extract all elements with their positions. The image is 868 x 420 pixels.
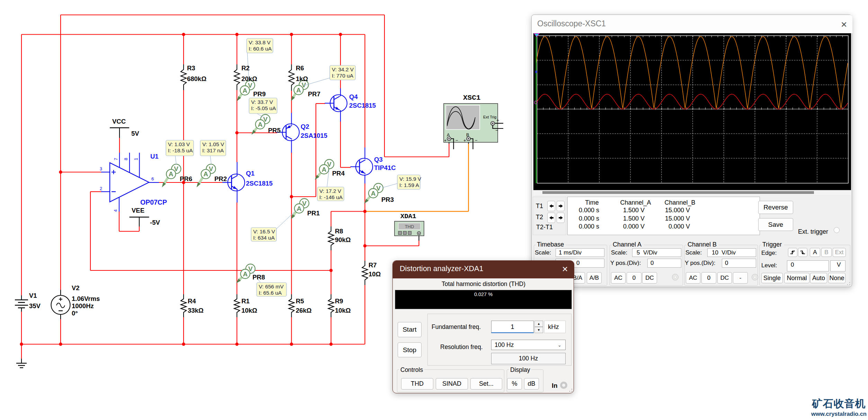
svg-text:4: 4 xyxy=(113,209,118,212)
svg-text:+: + xyxy=(496,117,499,123)
svg-text:VEE: VEE xyxy=(132,207,144,214)
svg-text:XSC1: XSC1 xyxy=(463,94,480,102)
svg-text:20kΩ: 20kΩ xyxy=(241,75,257,82)
svg-text:I: 770 uA: I: 770 uA xyxy=(332,73,354,79)
svg-text:A: A xyxy=(169,170,174,178)
svg-text:I: 634 uA: I: 634 uA xyxy=(253,235,275,241)
svg-text:R2: R2 xyxy=(241,64,250,72)
svg-text:Q4: Q4 xyxy=(349,93,358,100)
svg-text:33kΩ: 33kΩ xyxy=(188,307,204,314)
svg-text:1.06Vrms: 1.06Vrms xyxy=(72,295,100,302)
svg-text:I: 1.59 A: I: 1.59 A xyxy=(399,182,419,188)
svg-text:V: 34.2 V: V: 34.2 V xyxy=(332,66,354,72)
svg-text:2SC1815: 2SC1815 xyxy=(349,102,376,109)
svg-text:V2: V2 xyxy=(72,284,80,292)
svg-text:XDA1: XDA1 xyxy=(400,213,416,220)
svg-text:PR8: PR8 xyxy=(253,274,265,281)
svg-text:VCC: VCC xyxy=(112,118,126,125)
svg-text:−: − xyxy=(475,138,478,143)
svg-text:R4: R4 xyxy=(188,297,196,305)
svg-text:V: 33.8 V: V: 33.8 V xyxy=(249,39,271,45)
svg-text:I: -5.05 uA: I: -5.05 uA xyxy=(251,105,276,111)
svg-text:OP07CP: OP07CP xyxy=(140,198,167,206)
svg-text:680kΩ: 680kΩ xyxy=(187,75,206,82)
svg-text:R3: R3 xyxy=(187,64,195,72)
svg-text:PR9: PR9 xyxy=(253,90,266,98)
svg-text:V: 16.5 V: V: 16.5 V xyxy=(253,229,275,234)
svg-text:2: 2 xyxy=(100,186,102,191)
svg-text:PR1: PR1 xyxy=(307,209,320,217)
svg-text:A: A xyxy=(297,205,302,212)
svg-text:V: 1.03 V: V: 1.03 V xyxy=(168,141,190,147)
svg-text:R9: R9 xyxy=(335,297,343,305)
svg-text:10Ω: 10Ω xyxy=(369,270,381,278)
svg-text:5V: 5V xyxy=(131,130,139,137)
svg-text:1kΩ: 1kΩ xyxy=(296,75,308,82)
svg-text:10kΩ: 10kΩ xyxy=(241,307,257,314)
svg-text:V: 656 mV: V: 656 mV xyxy=(259,284,284,289)
svg-text:V: 15.9 V: V: 15.9 V xyxy=(399,176,422,182)
svg-text:PR7: PR7 xyxy=(308,90,320,98)
svg-text:Q3: Q3 xyxy=(374,156,383,163)
svg-text:I: 65.6 uA: I: 65.6 uA xyxy=(259,290,282,296)
svg-text:PR2: PR2 xyxy=(214,175,227,182)
svg-text:V: 33.7 V: V: 33.7 V xyxy=(251,99,273,105)
svg-text:R6: R6 xyxy=(296,64,304,72)
svg-text:V: 17.2 V: V: 17.2 V xyxy=(319,188,342,194)
svg-text:R5: R5 xyxy=(296,297,304,305)
svg-text:3: 3 xyxy=(100,166,102,171)
svg-text:A: A xyxy=(447,133,450,137)
svg-text:V: 1.05 V: V: 1.05 V xyxy=(202,141,224,147)
svg-text:2SA1015: 2SA1015 xyxy=(301,132,327,139)
svg-text:6: 6 xyxy=(151,176,154,181)
svg-text:B: B xyxy=(466,133,469,137)
svg-text:Q2: Q2 xyxy=(301,123,309,130)
svg-text:PR3: PR3 xyxy=(381,196,394,203)
svg-text:I: -146 uA: I: -146 uA xyxy=(319,194,343,200)
svg-text:−: − xyxy=(455,138,458,143)
svg-text:1: 1 xyxy=(133,158,139,160)
svg-text:PR6: PR6 xyxy=(180,175,192,182)
svg-text:R7: R7 xyxy=(369,261,377,269)
svg-text:-5V: -5V xyxy=(150,219,160,226)
svg-text:90kΩ: 90kΩ xyxy=(335,236,351,243)
svg-text:I: -18.5 uA: I: -18.5 uA xyxy=(168,148,193,153)
svg-text:PR4: PR4 xyxy=(332,170,345,177)
svg-text:Q1: Q1 xyxy=(246,170,255,177)
svg-text:A: A xyxy=(322,166,327,173)
svg-text:1000Hz: 1000Hz xyxy=(72,302,94,310)
svg-text:A: A xyxy=(258,121,263,128)
svg-text:7: 7 xyxy=(113,158,118,160)
svg-text:V1: V1 xyxy=(29,292,37,299)
svg-text:A: A xyxy=(296,87,301,94)
svg-text:PR5: PR5 xyxy=(268,127,281,134)
svg-text:8: 8 xyxy=(123,158,129,160)
svg-text:+: + xyxy=(463,138,466,143)
svg-text:A: A xyxy=(242,87,247,94)
svg-text:I: 60.6 uA: I: 60.6 uA xyxy=(249,46,272,52)
svg-text:A: A xyxy=(243,270,248,278)
svg-text:A: A xyxy=(371,190,376,197)
svg-text:26kΩ: 26kΩ xyxy=(296,307,312,314)
svg-text:R8: R8 xyxy=(335,227,343,235)
svg-text:R1: R1 xyxy=(241,297,250,305)
svg-text:TIP41C: TIP41C xyxy=(374,164,396,171)
svg-text:+: + xyxy=(444,138,447,143)
svg-text:2SC1815: 2SC1815 xyxy=(246,180,273,187)
svg-text:Ext Trig: Ext Trig xyxy=(483,115,496,119)
svg-text:10kΩ: 10kΩ xyxy=(335,307,351,314)
svg-text:35V: 35V xyxy=(29,302,41,310)
svg-text:A: A xyxy=(203,170,208,178)
svg-text:0°: 0° xyxy=(72,310,78,317)
svg-text:THD: THD xyxy=(405,224,414,229)
svg-text:U1: U1 xyxy=(150,153,159,160)
svg-text:I: 317 nA: I: 317 nA xyxy=(202,148,224,153)
